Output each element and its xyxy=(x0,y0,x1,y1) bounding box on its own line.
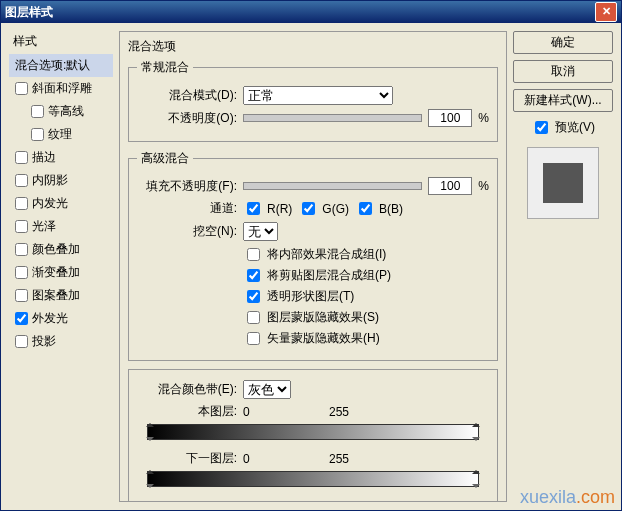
adv-opt-4[interactable]: 矢量蒙版隐藏效果(H) xyxy=(243,329,489,348)
sidebar-item-12[interactable]: 投影 xyxy=(9,330,113,353)
advanced-legend: 高级混合 xyxy=(137,150,193,167)
ok-button[interactable]: 确定 xyxy=(513,31,613,54)
advanced-blend-group: 高级混合 填充不透明度(F): 100 % 通道: R(R) G(G) B(B)… xyxy=(128,150,498,361)
sidebar-label: 图案叠加 xyxy=(32,287,80,304)
fill-opacity-value[interactable]: 100 xyxy=(428,177,472,195)
sidebar-check-8[interactable] xyxy=(15,243,28,256)
sidebar-check-11[interactable] xyxy=(15,312,28,325)
under-lo: 0 xyxy=(243,452,323,466)
sidebar-check-10[interactable] xyxy=(15,289,28,302)
sidebar-label: 光泽 xyxy=(32,218,56,235)
sidebar-check-5[interactable] xyxy=(15,174,28,187)
sidebar-check-3[interactable] xyxy=(31,128,44,141)
blend-mode-label: 混合模式(D): xyxy=(137,87,237,104)
sidebar-check-9[interactable] xyxy=(15,266,28,279)
preview-checkbox[interactable]: 预览(V) xyxy=(513,118,613,137)
fill-opacity-label: 填充不透明度(F): xyxy=(137,178,237,195)
opacity-slider[interactable] xyxy=(243,114,422,122)
channels-label: 通道: xyxy=(137,200,237,217)
knockout-select[interactable]: 无 xyxy=(243,222,278,241)
adv-opt-2[interactable]: 透明形状图层(T) xyxy=(243,287,489,306)
panel-title: 混合选项 xyxy=(128,38,498,55)
sidebar-label: 渐变叠加 xyxy=(32,264,80,281)
this-hi: 255 xyxy=(329,405,349,419)
adv-opt-1[interactable]: 将剪贴图层混合成组(P) xyxy=(243,266,489,285)
sidebar-item-2[interactable]: 等高线 xyxy=(9,100,113,123)
preview-box xyxy=(527,147,599,219)
sidebar-item-0[interactable]: 混合选项:默认 xyxy=(9,54,113,77)
adv-opt-3[interactable]: 图层蒙版隐藏效果(S) xyxy=(243,308,489,327)
sidebar-item-11[interactable]: 外发光 xyxy=(9,307,113,330)
sidebar-label: 描边 xyxy=(32,149,56,166)
fill-opacity-slider[interactable] xyxy=(243,182,422,190)
sidebar-item-5[interactable]: 内阴影 xyxy=(9,169,113,192)
sidebar-label: 纹理 xyxy=(48,126,72,143)
under-hi: 255 xyxy=(329,452,349,466)
general-legend: 常规混合 xyxy=(137,59,193,76)
opacity-label: 不透明度(O): xyxy=(137,110,237,127)
sidebar-label: 内发光 xyxy=(32,195,68,212)
sidebar-item-10[interactable]: 图案叠加 xyxy=(9,284,113,307)
opacity-value[interactable]: 100 xyxy=(428,109,472,127)
under-layer-label: 下一图层: xyxy=(137,450,237,467)
sidebar-label: 投影 xyxy=(32,333,56,350)
sidebar-label: 内阴影 xyxy=(32,172,68,189)
sidebar-item-8[interactable]: 颜色叠加 xyxy=(9,238,113,261)
close-button[interactable]: ✕ xyxy=(595,2,617,22)
this-lo: 0 xyxy=(243,405,323,419)
adv-opt-0[interactable]: 将内部效果混合成组(I) xyxy=(243,245,489,264)
blendif-select[interactable]: 灰色 xyxy=(243,380,291,399)
sidebar-item-4[interactable]: 描边 xyxy=(9,146,113,169)
opacity-suffix: % xyxy=(478,111,489,125)
new-style-button[interactable]: 新建样式(W)... xyxy=(513,89,613,112)
blendif-label: 混合颜色带(E): xyxy=(137,381,237,398)
titlebar: 图层样式 ✕ xyxy=(1,1,621,23)
sidebar-label: 颜色叠加 xyxy=(32,241,80,258)
preview-swatch xyxy=(543,163,583,203)
sidebar-item-6[interactable]: 内发光 xyxy=(9,192,113,215)
channel-r[interactable]: R(R) xyxy=(243,199,292,218)
sidebar-check-1[interactable] xyxy=(15,82,28,95)
sidebar-label: 斜面和浮雕 xyxy=(32,80,92,97)
layer-style-dialog: 图层样式 ✕ 样式 混合选项:默认斜面和浮雕等高线纹理描边内阴影内发光光泽颜色叠… xyxy=(0,0,622,511)
sidebar-label: 外发光 xyxy=(32,310,68,327)
action-panel: 确定 取消 新建样式(W)... 预览(V) xyxy=(513,31,613,502)
sidebar-check-6[interactable] xyxy=(15,197,28,210)
sidebar-item-1[interactable]: 斜面和浮雕 xyxy=(9,77,113,100)
blend-mode-select[interactable]: 正常 xyxy=(243,86,393,105)
this-layer-gradient[interactable] xyxy=(147,424,479,440)
sidebar-check-2[interactable] xyxy=(31,105,44,118)
cancel-button[interactable]: 取消 xyxy=(513,60,613,83)
sidebar-label: 等高线 xyxy=(48,103,84,120)
sidebar-check-7[interactable] xyxy=(15,220,28,233)
sidebar-item-7[interactable]: 光泽 xyxy=(9,215,113,238)
sidebar-check-12[interactable] xyxy=(15,335,28,348)
this-layer-label: 本图层: xyxy=(137,403,237,420)
options-panel: 混合选项 常规混合 混合模式(D): 正常 不透明度(O): 100 % 高级混… xyxy=(119,31,507,502)
general-blend-group: 常规混合 混合模式(D): 正常 不透明度(O): 100 % xyxy=(128,59,498,142)
channel-g[interactable]: G(G) xyxy=(298,199,349,218)
under-layer-gradient[interactable] xyxy=(147,471,479,487)
sidebar-check-4[interactable] xyxy=(15,151,28,164)
sidebar-item-9[interactable]: 渐变叠加 xyxy=(9,261,113,284)
window-title: 图层样式 xyxy=(5,4,53,21)
blend-if-group: 混合颜色带(E): 灰色 本图层: 0 255 下一图层: 0 255 xyxy=(128,369,498,502)
knockout-label: 挖空(N): xyxy=(137,223,237,240)
sidebar-label: 混合选项:默认 xyxy=(15,57,90,74)
sidebar-header: 样式 xyxy=(9,31,113,54)
sidebar-item-3[interactable]: 纹理 xyxy=(9,123,113,146)
watermark: xuexila.com xyxy=(520,487,615,508)
channel-b[interactable]: B(B) xyxy=(355,199,403,218)
styles-sidebar: 样式 混合选项:默认斜面和浮雕等高线纹理描边内阴影内发光光泽颜色叠加渐变叠加图案… xyxy=(9,31,113,502)
fill-suffix: % xyxy=(478,179,489,193)
